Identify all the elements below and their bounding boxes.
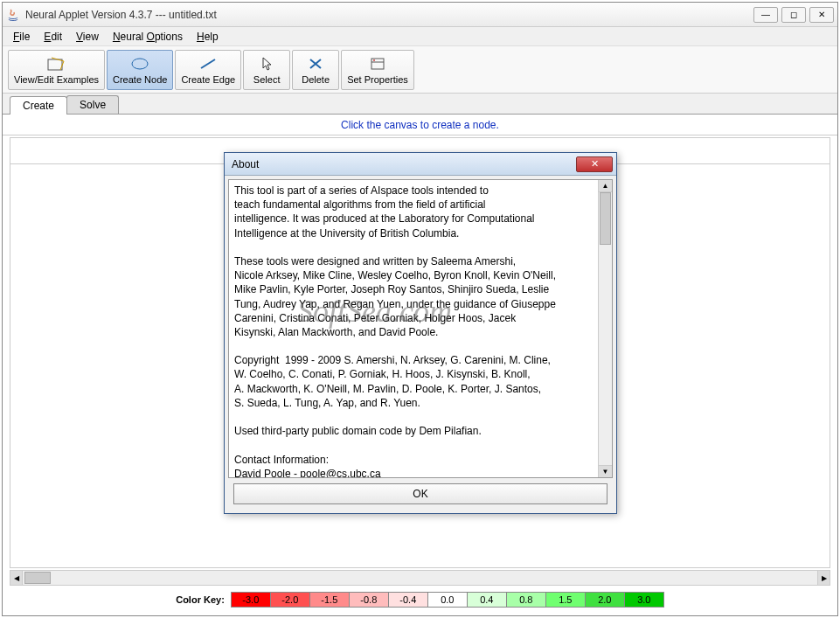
about-scroll-thumb[interactable] xyxy=(600,192,611,245)
menubar: File Edit View Neural Options Help xyxy=(3,27,837,46)
color-swatch: 0.4 xyxy=(467,592,507,608)
maximize-button[interactable]: ◻ xyxy=(781,7,806,23)
edge-icon xyxy=(198,55,219,73)
hint-bar: Click the canvas to create a node. xyxy=(3,115,837,135)
color-swatch: -1.5 xyxy=(309,592,350,608)
window-controls: — ◻ ✕ xyxy=(753,7,834,23)
delete-button[interactable]: Delete xyxy=(292,50,339,90)
color-swatch: 0.0 xyxy=(427,592,468,608)
cursor-icon xyxy=(256,55,277,73)
color-swatch: 2.0 xyxy=(585,592,625,608)
menu-help[interactable]: Help xyxy=(190,29,226,45)
color-swatch: 0.8 xyxy=(506,592,546,608)
scroll-thumb[interactable] xyxy=(24,572,51,584)
select-button[interactable]: Select xyxy=(243,50,290,90)
scroll-down-arrow-icon[interactable]: ▼ xyxy=(599,465,612,477)
set-properties-button[interactable]: Set Properties xyxy=(341,50,414,90)
menu-edit[interactable]: Edit xyxy=(37,29,69,45)
about-titlebar: About ✕ xyxy=(225,153,616,176)
color-key-swatches: -3.0-2.0-1.5-0.8-0.40.00.40.81.52.03.0 xyxy=(232,592,664,608)
scroll-right-arrow-icon[interactable]: ▶ xyxy=(817,571,830,585)
examples-icon xyxy=(46,55,67,73)
svg-rect-0 xyxy=(48,59,62,70)
tab-bar: Create Solve xyxy=(3,94,837,115)
about-button-row: OK xyxy=(228,478,613,510)
about-text: This tool is part of a series of AIspace… xyxy=(229,180,598,477)
horizontal-scrollbar[interactable]: ◀ ▶ xyxy=(10,570,830,586)
about-dialog: About ✕ This tool is part of a series of… xyxy=(224,152,617,514)
scroll-left-arrow-icon[interactable]: ◀ xyxy=(10,571,23,585)
close-icon: ✕ xyxy=(591,158,599,170)
about-body: This tool is part of a series of AIspace… xyxy=(225,176,616,513)
minimize-button[interactable]: — xyxy=(753,7,778,23)
color-swatch: 3.0 xyxy=(624,592,664,608)
scroll-up-arrow-icon[interactable]: ▲ xyxy=(599,180,612,192)
color-swatch: -0.8 xyxy=(349,592,389,608)
tab-create[interactable]: Create xyxy=(10,96,67,115)
create-node-button[interactable]: Create Node xyxy=(107,50,173,90)
menu-neural-options[interactable]: Neural Options xyxy=(106,29,190,45)
view-edit-examples-button[interactable]: View/Edit Examples xyxy=(8,50,105,90)
tab-solve[interactable]: Solve xyxy=(66,95,119,114)
window-title: Neural Applet Version 4.3.7 --- untitled… xyxy=(25,9,753,21)
properties-icon xyxy=(367,55,388,73)
color-key-label: Color Key: xyxy=(176,594,225,605)
color-key: Color Key: -3.0-2.0-1.5-0.8-0.40.00.40.8… xyxy=(3,589,837,615)
close-button[interactable]: ✕ xyxy=(809,7,834,23)
create-edge-button[interactable]: Create Edge xyxy=(175,50,241,90)
node-icon xyxy=(129,55,150,73)
color-swatch: -0.4 xyxy=(388,592,428,608)
svg-point-5 xyxy=(373,59,375,61)
about-title: About xyxy=(228,158,576,170)
titlebar: Neural Applet Version 4.3.7 --- untitled… xyxy=(3,3,837,27)
color-swatch: -2.0 xyxy=(270,592,310,608)
delete-icon xyxy=(305,55,326,73)
about-vertical-scrollbar[interactable]: ▲ ▼ xyxy=(598,180,612,477)
java-icon xyxy=(6,8,20,22)
color-swatch: 1.5 xyxy=(545,592,586,608)
svg-line-2 xyxy=(201,59,215,68)
svg-point-1 xyxy=(132,59,148,69)
about-close-button[interactable]: ✕ xyxy=(576,156,613,172)
color-swatch: -3.0 xyxy=(231,592,271,608)
menu-file[interactable]: File xyxy=(6,29,37,45)
about-text-container: This tool is part of a series of AIspace… xyxy=(228,179,613,478)
about-ok-button[interactable]: OK xyxy=(233,483,607,504)
menu-view[interactable]: View xyxy=(69,29,106,45)
toolbar: View/Edit Examples Create Node Create Ed… xyxy=(3,46,837,94)
